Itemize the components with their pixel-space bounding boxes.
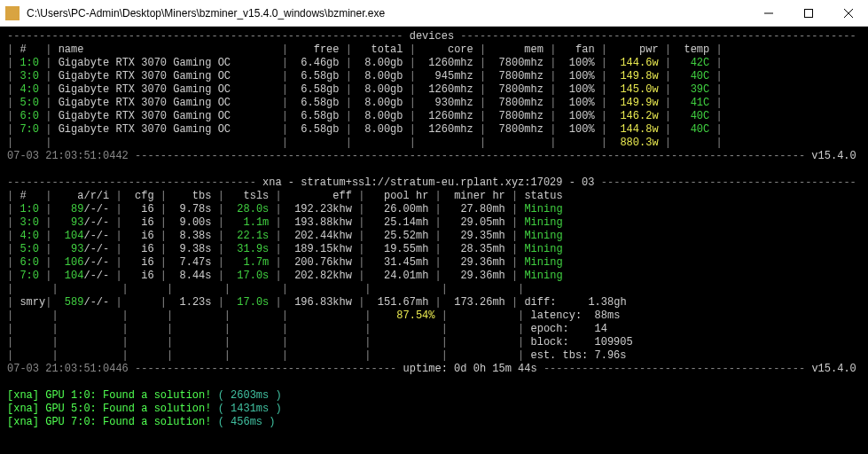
window-title: C:\Users\PC-Admin\Desktop\Miners\bzminer…: [25, 7, 748, 20]
close-button[interactable]: [828, 0, 868, 26]
maximize-button[interactable]: [788, 0, 828, 26]
svg-rect-1: [804, 9, 812, 17]
terminal-output: ----------------------------------------…: [0, 27, 868, 433]
window-titlebar: C:\Users\PC-Admin\Desktop\Miners\bzminer…: [0, 0, 868, 27]
minimize-button[interactable]: [748, 0, 788, 26]
app-icon: [5, 6, 20, 20]
